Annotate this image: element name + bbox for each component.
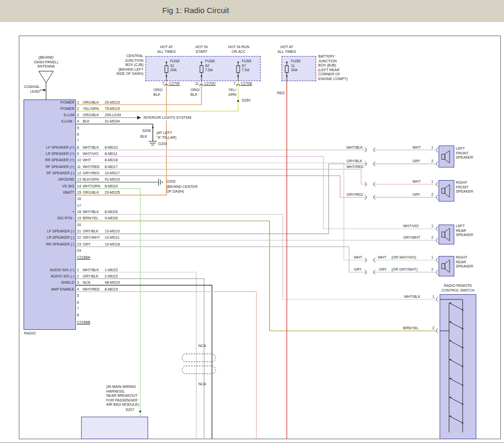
pin-a-circuit-8: 8-MD10 [105,146,118,150]
lf-term-pos: WHT [412,146,421,150]
pin-a-name-12: RF SPEAKER (-) [25,171,74,176]
rf-wire-neg: GRY/RED [346,193,363,197]
pin-a-name-4: ILLUM - [25,119,74,124]
hot-in-run-or-acc: HOT IN RUN OR ACC [224,45,253,54]
hot-in-start: HOT IN START [188,45,215,54]
pin-b-num-1: 1 [77,268,79,273]
rf-term-neg: GRY [412,193,420,197]
pin-b-circuit-4: 8-MD19 [105,287,118,292]
wire-red-f11: RED [274,91,285,96]
pin-a-circuit-12: 10-MD17 [105,171,120,176]
rr-wire-pos-alt: (OR WHT/VIO) [391,255,416,260]
hot-at-all-times-2: HOT AT ALL TIMES [271,45,303,54]
lf-pin1: 1 [431,146,433,150]
pin-a-circuit-13: 91-MD15 [105,177,120,182]
pin-a-num-19: 19 [77,216,81,221]
pin-a-name-19: SIG RTN - [25,216,74,221]
wire-org-blk-f31: ORG/ BLK [153,88,163,97]
pin-a-num-4: 4 [77,119,79,124]
pin-b-num-6: 6 [77,300,79,305]
pin-a-wire-8: WHT/BLK [83,146,99,150]
pin-b-num-7: 7 [77,307,79,311]
g205-label: G205 [166,180,175,184]
pin-a-num-5: 5 [77,126,79,131]
fuse-57-label: FUSE 57 7.5A [242,59,252,73]
pin-a-name-14: VS SIG [25,184,74,189]
pin-a-circuit-15: 29-MD25 [105,191,120,195]
pin-a-circuit-11: 8-MD17 [105,165,118,170]
pin-a-name-22: LR SPEAKER (-) [25,236,74,240]
lr-speaker-label: LEFT REAR SPEAKER [456,224,473,238]
pin-a-num-14: 14 [77,184,81,189]
pin-a-num-13: 13 [77,177,81,182]
rf-speaker-label: RIGHT FRONT SPEAKER [456,181,473,194]
pin-b-wire-3: NCA [83,281,91,285]
rf-pin2: 2 [431,193,433,197]
pin-a-circuit-21: 10-MD10 [105,229,120,234]
speaker-box-right-rear [439,256,454,276]
coaxial-lead-label: COAXIAL LEAD [20,85,40,94]
page: Fig 1: Radio Circuit [0,0,504,446]
rr-pin2: 2 [431,267,433,272]
pin-a-wire-19: BRN/YEL [83,216,98,221]
pin-a-num-8: 8 [77,146,79,150]
pin-a-num-24: 24 [77,249,81,253]
c270d-link[interactable]: C270D [204,82,216,86]
pin-b-circuit-1: 1-MD23 [105,268,118,273]
pin-a-name-18: + [25,210,74,215]
pin-a-circuit-14: 8-MD24 [105,184,118,189]
remote-wire2: BRN/YEL [403,326,419,331]
pin-a-wire-18: WHT/BLK [83,210,99,215]
lf-wire-neg: GRY/BLK [346,159,362,164]
pin-a-circuit-19: 9-MD26 [105,216,118,221]
pin-a-circuit-18: 8-MD26 [105,210,118,215]
remote-switch-box [440,294,476,439]
fuse-62-label: FUSE 62 7.5A [205,59,215,73]
pin-a-num-20: 20 [77,223,81,228]
pin-a-wire-2: YEL/GRN [83,107,99,112]
pin-a-num-23: 23 [77,242,81,247]
speaker-box-left-rear [439,225,454,244]
rf-pin1: 1 [431,180,433,184]
pin-a-wire-10: WHT [83,158,91,163]
speaker-box-right-front [439,180,454,202]
pin-a-name-2: POWER [25,107,74,112]
pin-a-wire-14: WHT/GRN [83,184,100,189]
c2188b-link[interactable]: C2188B [77,320,90,325]
lr-wire-pos: WHT/VIO [403,224,419,229]
remote-wire1: WHT/BLK [404,295,420,299]
fuse-31-label: FUSE 31 20A [170,59,180,73]
radio-connector-box [24,99,76,330]
wire-yel-grn-f57: YEL/ GRN [228,88,237,97]
pin-a-wire-15: ORG/BLK [83,191,99,195]
pin-b-name-3: SHIELD [25,281,74,285]
pin-b-num-8: 8 [77,313,79,318]
c270b-link[interactable]: C270B [241,82,252,86]
c2188a-link[interactable]: C2188A [77,255,90,260]
pin-b-num-3: 3 [77,281,79,285]
pin-a-wire-23: GRY [83,242,91,247]
remote-pin1: 1 [432,295,434,299]
c270f-link[interactable]: C270F [169,82,180,86]
pin-a-name-10: RR SPEAKER (+) [25,158,74,163]
lr-wire-neg: GRY/WHT [403,236,420,240]
fuse-11-label: FUSE 11 30A [291,59,301,73]
speaker-box-left-front [439,146,454,168]
g204-label: G204 [158,142,167,147]
s206-label: S206 [138,129,151,133]
hot-at-all-times-1: HOT AT ALL TIMES [151,45,182,54]
pin-a-num-3: 3 [77,113,79,118]
harness-note: (IN MAIN WIRING HARNESS, NEAR BREAKOUT F… [106,385,139,407]
pin-a-num-12: 12 [77,171,81,176]
pin-a-num-7: 7 [77,139,79,143]
cjb-label: CENTRAL JUNCTION BOX (CJB) (BEHIND LEFT … [98,54,143,76]
pin-a-num-16: 16 [77,197,81,202]
pin-a-num-10: 10 [77,158,81,163]
pin-a-num-18: 18 [77,210,81,215]
pin-a-wire-13: BLK/GRN [83,177,99,182]
pin-a-circuit-9: 8-MD11 [105,152,117,157]
rr-wire-neg-left: GRY [354,267,362,272]
pin-a-name-3: ILLUM [25,113,74,118]
pin-a-num-15: 15 [77,191,81,195]
lr-pin1: 1 [431,224,433,229]
